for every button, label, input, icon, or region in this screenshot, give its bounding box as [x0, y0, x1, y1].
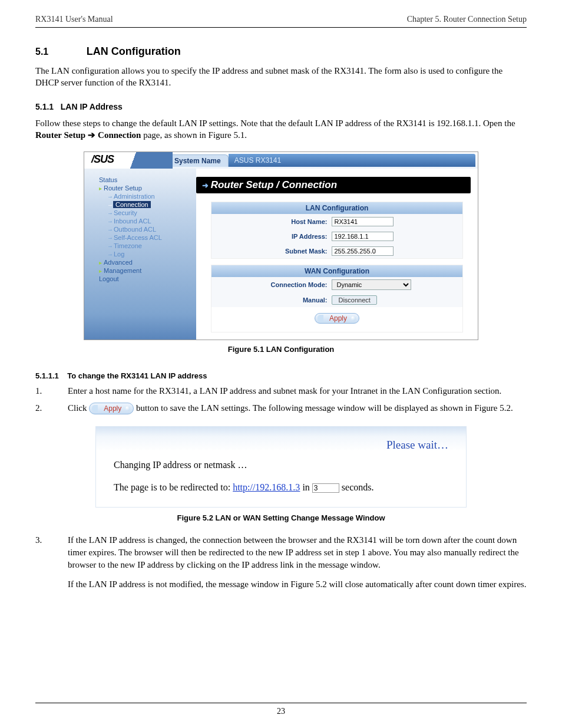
subsection-number: 5.1.1 [35, 102, 54, 111]
nav-self-access-acl[interactable]: Self-Access ACL [99, 233, 191, 242]
nav-inbound-acl[interactable]: Inbound ACL [99, 217, 191, 225]
nav-security[interactable]: Security [99, 209, 191, 217]
step-1-number: 1. [35, 385, 68, 397]
subsection-title: LAN IP Address [61, 102, 123, 111]
redirect-suffix: seconds. [339, 482, 374, 492]
ip-address-label: IP Address: [211, 233, 332, 240]
redirect-seconds-input[interactable] [312, 483, 339, 493]
nav-sidebar: Status Router Setup Administration →Conn… [84, 169, 196, 340]
page-number: 23 [35, 707, 527, 716]
figure-5-1-caption: Figure 5.1 LAN Configuration [35, 345, 527, 354]
apply-button[interactable]: Apply [315, 313, 359, 324]
redirect-mid: in [300, 482, 312, 492]
wan-config-header: WAN Configuration [211, 265, 462, 277]
step-2-prefix: Click [68, 403, 89, 413]
header-right: Chapter 5. Router Connection Setup [407, 15, 527, 24]
subnet-mask-label: Subnet Mask: [211, 248, 332, 255]
logo-area: /SUS [84, 152, 173, 169]
subsub-title: To change the RX3141 LAN IP address [67, 371, 207, 380]
nav-status[interactable]: Status [99, 176, 191, 184]
connection-mode-select[interactable]: Dynamic [332, 279, 411, 290]
nav-logout[interactable]: Logout [99, 275, 191, 283]
host-name-label: Host Name: [211, 218, 332, 225]
page-title-bar: Router Setup / Connection [196, 177, 471, 193]
nav-management[interactable]: Management [99, 266, 191, 275]
lanip-paragraph: Follow these steps to change the default… [35, 117, 527, 141]
system-name-value: ASUS RX3141 [234, 156, 281, 164]
page-header: RX3141 User's Manual Chapter 5. Router C… [35, 15, 527, 27]
header-rule [35, 27, 527, 28]
subsub-number: 5.1.1.1 [35, 371, 59, 380]
system-name-bar: ASUS RX3141 [229, 154, 475, 167]
step-1: 1. Enter a host name for the RX3141, a L… [35, 385, 527, 397]
nav-log[interactable]: Log [99, 250, 191, 258]
section-title: LAN Configuration [87, 45, 181, 57]
sub-sub-heading: 5.1.1.1 To change the RX3141 LAN IP addr… [35, 371, 527, 380]
arrow-icon: ➔ [88, 130, 98, 140]
step-1-text: Enter a host name for the RX3141, a LAN … [68, 385, 501, 397]
redirect-url-link[interactable]: http://192.168.1.3 [233, 482, 300, 492]
section-heading: 5.1 LAN Configuration [35, 45, 527, 58]
redirect-prefix: The page is to be redirected to: [114, 482, 233, 492]
nav-connection[interactable]: →Connection [99, 200, 191, 209]
step-3-p1: If the LAN IP address is changed, the co… [68, 534, 527, 571]
header-left: RX3141 User's Manual [35, 15, 113, 24]
step-2: 2. Click Apply button to save the LAN se… [35, 402, 527, 414]
step-3-p2: If the LAN IP address is not modified, t… [68, 578, 527, 591]
wan-config-panel: WAN Configuration Connection Mode: Dynam… [211, 265, 463, 332]
apply-button-inline[interactable]: Apply [89, 403, 134, 415]
redirect-text: The page is to be redirected to: http://… [114, 482, 448, 493]
host-name-input[interactable] [332, 217, 394, 226]
disconnect-button[interactable]: Disconnect [332, 295, 376, 305]
system-name-label: System Name [167, 154, 229, 167]
intro-paragraph: The LAN configuration allows you to spec… [35, 65, 527, 89]
changing-ip-text: Changing IP address or netmask … [114, 460, 448, 470]
lanip-prefix: Follow these steps to change the default… [35, 118, 515, 128]
step-3: 3. If the LAN IP address is changed, the… [35, 534, 527, 591]
nav-advanced[interactable]: Advanced [99, 258, 191, 266]
ip-address-input[interactable] [332, 232, 394, 241]
lanip-suffix: page, as shown in Figure 5.1. [141, 130, 247, 140]
step-2-text: Click Apply button to save the LAN setti… [68, 402, 513, 414]
nav-router-setup[interactable]: Router Setup [99, 184, 191, 192]
section-number: 5.1 [35, 47, 48, 57]
connection-mode-label: Connection Mode: [211, 281, 332, 288]
lan-config-panel: LAN Configuration Host Name: IP Address:… [211, 202, 463, 259]
screenshot-header-bar: /SUS System Name ASUS RX3141 [84, 152, 478, 169]
please-wait-text: Please wait… [114, 439, 448, 452]
step-2-number: 2. [35, 402, 68, 414]
nav-connection-label: Connection [113, 201, 151, 208]
step-2-suffix: button to save the LAN settings. The fol… [136, 403, 513, 413]
subnet-mask-input[interactable] [332, 246, 394, 256]
asus-logo: /SUS [91, 153, 114, 166]
lan-config-header: LAN Configuration [211, 202, 462, 214]
manual-label: Manual: [211, 297, 332, 304]
screenshot-content: Router Setup / Connection LAN Configurat… [196, 169, 478, 340]
lanip-bold2: Connection [98, 130, 141, 140]
message-window-figure: Please wait… Changing IP address or netm… [95, 426, 467, 508]
nav-administration[interactable]: Administration [99, 192, 191, 200]
screenshot-figure: /SUS System Name ASUS RX3141 Status Rout… [84, 151, 478, 340]
step-3-body: If the LAN IP address is changed, the co… [68, 534, 527, 591]
lanip-bold1: Router Setup [35, 130, 88, 140]
footer-rule [35, 703, 527, 703]
nav-outbound-acl[interactable]: Outbound ACL [99, 225, 191, 233]
nav-timezone[interactable]: Timezone [99, 242, 191, 250]
step-3-number: 3. [35, 534, 68, 591]
subsection-heading: 5.1.1 LAN IP Address [35, 102, 527, 111]
figure-5-2-caption: Figure 5.2 LAN or WAN Setting Change Mes… [35, 513, 527, 522]
